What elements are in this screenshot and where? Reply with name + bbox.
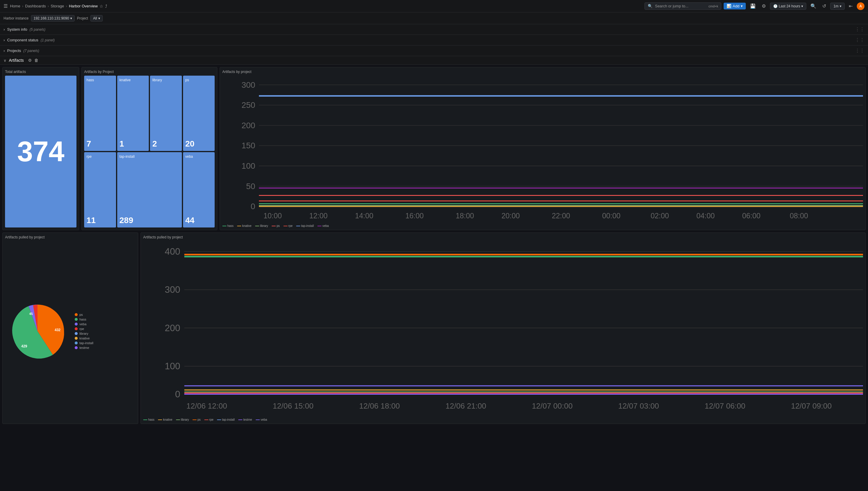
artifacts-title: Artifacts [9,58,24,63]
settings-icon[interactable]: ⚙ [760,2,768,10]
pie-dot-veba [75,323,78,325]
legend-pulled-veba: veba [256,418,267,421]
section-collapse-icon-3: › [4,49,5,53]
add-chevron-icon: ▾ [741,4,743,8]
svg-text:0: 0 [251,202,255,211]
legend-dot-veba [317,226,321,226]
svg-text:08:00: 08:00 [790,211,808,220]
proj-name-rpe: rpe [87,154,114,158]
project-tile-knative: knative 1 [117,76,149,151]
search-icon: 🔍 [648,4,652,8]
project-label: Project [77,16,88,20]
svg-text:02:00: 02:00 [651,211,669,220]
total-artifacts-value-box: 374 [5,76,76,228]
nav-right: 📊 Add ▾ 💾 ⚙ 🕐 Last 24 hours ▾ 🔍 ↺ 1m ▾ ⇤… [724,2,864,10]
pie-legend-rpe: rpe [75,327,93,330]
legend-pulled-dot-ps [192,420,197,420]
pie-legend-knative: knative [75,337,93,340]
refresh-interval-button[interactable]: 1m ▾ [830,3,845,10]
pie-dot-rpe [75,327,78,330]
section-component-status[interactable]: › Component status (1 panel) ⋮⋮ [0,35,868,46]
artifacts-by-project-title: Artifacts by Project [84,70,215,74]
legend-label-ps: ps [277,224,280,228]
interval-chevron-icon: ▾ [840,4,841,8]
breadcrumb-sep-3: › [66,4,67,8]
svg-text:250: 250 [242,100,255,110]
svg-text:12/07 03:00: 12/07 03:00 [618,402,659,410]
section-system-info[interactable]: › System info (5 panels) ⋮⋮ [0,24,868,35]
svg-text:300: 300 [165,285,180,295]
pie-legend-testme: testme [75,346,93,349]
svg-text:22:00: 22:00 [552,211,570,220]
pie-label-tap-install: tap-install [80,341,93,345]
legend-pulled-dot-knative [158,420,162,420]
harbor-instance-select[interactable]: 192.168.110.131:9090 ▾ [31,15,75,22]
svg-text:100: 100 [242,161,255,170]
svg-text:12:00: 12:00 [309,211,328,220]
proj-count-rpe: 11 [87,216,114,225]
breadcrumb-sep-2: › [48,4,49,8]
pie-legend-veba: veba [75,322,93,326]
artifacts-delete-icon[interactable]: 🗑 [34,58,38,63]
artifacts-settings-icon[interactable]: ⚙ [28,58,32,63]
project-select[interactable]: All ▾ [90,15,102,22]
legend-pulled-label-testme: testme [243,418,252,421]
legend-dot-ps [272,226,276,226]
breadcrumb-home[interactable]: Home [10,4,20,8]
harbor-chevron-icon: ▾ [70,16,72,20]
pie-label-rpe: rpe [80,327,84,330]
section-system-info-title: System info [7,27,27,32]
proj-name-hass: hass [87,78,114,82]
pie-label-library: library [80,332,88,335]
legend-pulled-dot-hass [143,420,147,420]
time-chevron-icon: ▾ [801,4,803,8]
pie-label-hass: hass [80,318,86,321]
search-bar[interactable]: 🔍 Search or jump to... cmd+k [645,2,721,10]
svg-text:429: 429 [21,344,27,348]
project-chevron-icon: ▾ [98,16,100,20]
legend-library: library [255,224,268,228]
section-projects[interactable]: › Projects (7 panels) ⋮⋮ [0,46,868,56]
svg-text:100: 100 [165,361,180,371]
artifacts-section-header: ∨ Artifacts ⚙ 🗑 [0,56,868,65]
add-label: Add [733,4,739,8]
legend-pulled-dot-tap-install [217,420,221,420]
artifacts-by-project-chart-area: 300 250 200 150 100 50 0 10:00 12:00 14:… [222,76,863,223]
hamburger-menu-icon[interactable]: ☰ [4,3,8,9]
pie-legend-ps: ps [75,313,93,316]
pie-legend-hass: hass [75,318,93,321]
share-icon[interactable]: ⤴ [105,4,107,8]
section-projects-meta: (7 panels) [23,49,39,53]
pulled-chart-svg: 400 300 200 100 0 12/06 12:00 12/06 15:0… [143,241,863,417]
artifacts-by-project-panel: Artifacts by Project hass 7 knative 1 li… [82,67,217,230]
time-range-button[interactable]: 🕐 Last 24 hours ▾ [770,3,807,10]
legend-pulled-library: library [176,418,189,421]
avatar[interactable]: A [857,2,864,10]
add-button[interactable]: 📊 Add ▾ [724,3,745,9]
breadcrumb-storage[interactable]: Storage [51,4,64,8]
legend-pulled-label-rpe: rpe [209,418,213,421]
collapse-sidebar-icon[interactable]: ⇤ [847,2,855,10]
svg-text:45: 45 [29,312,33,316]
proj-count-veba: 44 [185,216,213,225]
zoom-out-icon[interactable]: 🔍 [809,2,818,10]
legend-rpe: rpe [283,224,292,228]
legend-pulled-label-tap-install: tap-install [222,418,235,421]
legend-label-veba: veba [322,224,329,228]
pie-svg: 432 429 45 [5,301,70,361]
artifacts-chart-legend: hass knative library ps rpe [222,224,863,228]
legend-pulled-tap-install: tap-install [217,418,235,421]
drag-handle-icon-3: ⋮⋮ [855,48,864,54]
artifacts-collapse-icon[interactable]: ∨ [4,58,6,63]
total-artifacts-number: 374 [17,137,64,166]
total-artifacts-title: Total artifacts [5,70,76,74]
artifacts-by-project-chart-title: Artifacts by project [222,70,863,74]
favorite-icon[interactable]: ☆ [99,4,103,8]
breadcrumb-dashboards[interactable]: Dashboards [25,4,46,8]
save-button[interactable]: 💾 [748,2,757,10]
svg-text:12/06 18:00: 12/06 18:00 [359,402,400,410]
proj-count-library: 2 [152,139,180,149]
legend-veba: veba [317,224,329,228]
legend-dot-hass [222,226,226,226]
refresh-icon[interactable]: ↺ [820,2,828,10]
